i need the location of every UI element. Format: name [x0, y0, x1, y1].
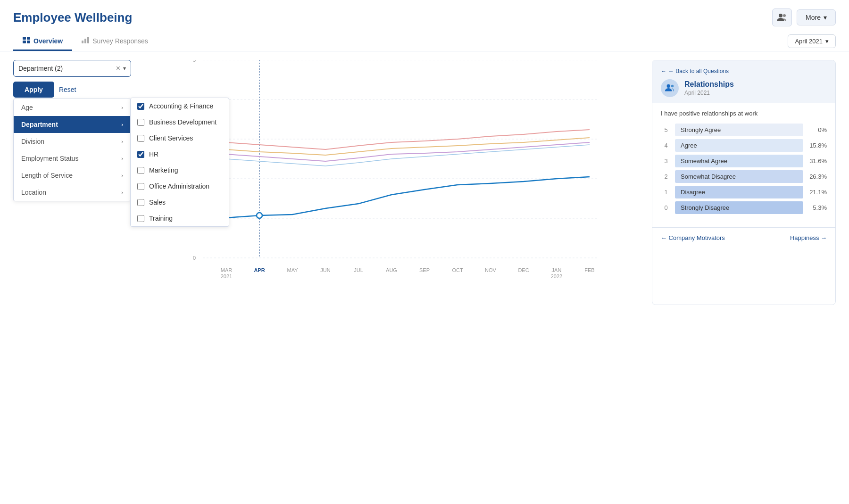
filter-dropdown-header[interactable]: Department (2) × ▾: [13, 60, 131, 77]
location-chevron-icon: ›: [121, 190, 123, 195]
dept-checkbox-hr[interactable]: [137, 151, 144, 158]
survey-icon: [82, 37, 89, 45]
overview-icon: [23, 37, 30, 45]
tab-survey-responses[interactable]: Survey Responses: [72, 31, 158, 51]
reset-button[interactable]: Reset: [59, 86, 76, 93]
footer-next-label: Happiness →: [790, 234, 827, 241]
main-content: Department (2) × ▾ Apply Reset Age › Dep…: [0, 51, 849, 305]
filter-item-employment-label: Employment Status: [21, 155, 78, 162]
dept-item-business-development[interactable]: Business Development: [131, 114, 229, 130]
department-chevron-icon: ›: [121, 122, 123, 127]
filter-buttons: Apply Reset: [13, 82, 131, 98]
filter-item-department[interactable]: Department ›: [14, 116, 131, 133]
dept-checkbox-training[interactable]: [137, 215, 144, 222]
svg-point-1: [783, 14, 786, 17]
department-submenu: Accounting & Finance Business Developmen…: [130, 98, 229, 227]
date-selector[interactable]: April 2021 ▾: [788, 34, 836, 48]
response-num-5: 5: [661, 126, 671, 133]
svg-point-0: [779, 14, 782, 17]
question-text: I have positive relationships at work: [661, 110, 827, 117]
svg-point-38: [671, 85, 674, 88]
svg-text:2021: 2021: [221, 273, 232, 279]
svg-text:2022: 2022: [551, 273, 562, 279]
response-row-2: 2 Somewhat Disagree 26.3%: [661, 170, 827, 183]
svg-text:0: 0: [193, 255, 196, 261]
right-panel-header: ← ← Back to all Questions Relationships …: [652, 60, 835, 103]
back-link[interactable]: ← ← Back to all Questions: [661, 68, 827, 74]
filter-item-length-of-service[interactable]: Length of Service ›: [14, 167, 131, 184]
dept-label-business: Business Development: [149, 118, 216, 126]
dept-item-accounting[interactable]: Accounting & Finance: [131, 98, 229, 114]
svg-text:AUG: AUG: [386, 267, 397, 273]
svg-rect-3: [27, 37, 30, 40]
svg-rect-7: [84, 39, 86, 43]
dept-item-sales[interactable]: Sales: [131, 194, 229, 210]
date-value: April 2021: [795, 38, 823, 45]
filter-item-location[interactable]: Location ›: [14, 184, 131, 201]
service-chevron-icon: ›: [121, 173, 123, 178]
dept-label-training: Training: [149, 215, 173, 222]
right-panel-body: I have positive relationships at work 5 …: [652, 103, 835, 223]
dept-checkbox-accounting[interactable]: [137, 103, 144, 110]
dept-item-client-services[interactable]: Client Services: [131, 130, 229, 146]
filter-item-division-label: Division: [21, 138, 44, 145]
tabs-row: Overview Survey Responses April 2021 ▾: [0, 31, 849, 51]
svg-rect-5: [27, 41, 30, 43]
footer-prev-link[interactable]: ← Company Motivators: [661, 234, 725, 241]
dept-label-office: Office Administration: [149, 182, 209, 190]
dept-checkbox-sales[interactable]: [137, 199, 144, 206]
filter-item-location-label: Location: [21, 189, 46, 196]
question-title-row: Relationships April 2021: [661, 79, 827, 97]
filter-menu: Age › Department › Division › Employment…: [13, 99, 131, 201]
response-pct-1: 21.1%: [807, 189, 827, 196]
dept-checkbox-business[interactable]: [137, 119, 144, 126]
svg-text:SEP: SEP: [419, 267, 430, 273]
response-pct-3: 31.6%: [807, 157, 827, 165]
response-row-0: 0 Strongly Disagree 5.3%: [661, 201, 827, 214]
dept-label-hr: HR: [149, 150, 158, 158]
svg-rect-4: [23, 41, 26, 43]
right-panel: ← ← Back to all Questions Relationships …: [652, 60, 836, 305]
more-label: More: [806, 14, 821, 21]
dept-label-accounting: Accounting & Finance: [149, 102, 213, 110]
filter-item-service-label: Length of Service: [21, 172, 73, 179]
filter-item-employment-status[interactable]: Employment Status ›: [14, 150, 131, 167]
dept-item-office-admin[interactable]: Office Administration: [131, 178, 229, 194]
dept-item-marketing[interactable]: Marketing: [131, 162, 229, 178]
footer-prev-label: ← Company Motivators: [661, 234, 725, 241]
footer-next-link[interactable]: Happiness →: [790, 234, 827, 241]
age-chevron-icon: ›: [121, 105, 123, 110]
svg-text:OCT: OCT: [452, 267, 463, 273]
apply-button[interactable]: Apply: [13, 82, 54, 98]
people-icon-button[interactable]: [772, 8, 792, 26]
dept-checkbox-client[interactable]: [137, 135, 144, 142]
svg-rect-6: [82, 41, 83, 43]
dept-checkbox-office[interactable]: [137, 183, 144, 190]
svg-text:JAN: JAN: [552, 267, 562, 273]
response-pct-0: 5.3%: [807, 204, 827, 211]
response-num-3: 3: [661, 157, 671, 165]
tab-survey-label: Survey Responses: [92, 37, 148, 45]
filter-arrow-icon: ▾: [123, 65, 126, 72]
tab-overview[interactable]: Overview: [13, 31, 72, 51]
dept-checkbox-marketing[interactable]: [137, 167, 144, 174]
response-pct-5: 0%: [807, 126, 827, 133]
dept-item-hr[interactable]: HR: [131, 146, 229, 162]
dept-item-training[interactable]: Training: [131, 210, 229, 226]
more-button[interactable]: More ▾: [797, 9, 836, 25]
svg-text:APR: APR: [254, 267, 265, 273]
response-pct-4: 15.8%: [807, 142, 827, 149]
page-title: Employee Wellbeing: [13, 10, 132, 25]
employment-chevron-icon: ›: [121, 156, 123, 161]
back-arrow-icon: ←: [661, 68, 666, 74]
right-panel-footer: ← Company Motivators Happiness →: [652, 227, 835, 248]
question-subtitle: April 2021: [684, 90, 734, 96]
response-row-1: 1 Disagree 21.1%: [661, 186, 827, 198]
filter-close-icon[interactable]: ×: [116, 64, 120, 73]
response-pct-2: 26.3%: [807, 173, 827, 180]
filter-item-age[interactable]: Age ›: [14, 99, 131, 116]
filter-item-division[interactable]: Division ›: [14, 133, 131, 150]
response-row-5: 5 Strongly Agree 0%: [661, 124, 827, 136]
response-label-0: Strongly Disagree: [675, 201, 803, 214]
dept-label-marketing: Marketing: [149, 166, 178, 174]
